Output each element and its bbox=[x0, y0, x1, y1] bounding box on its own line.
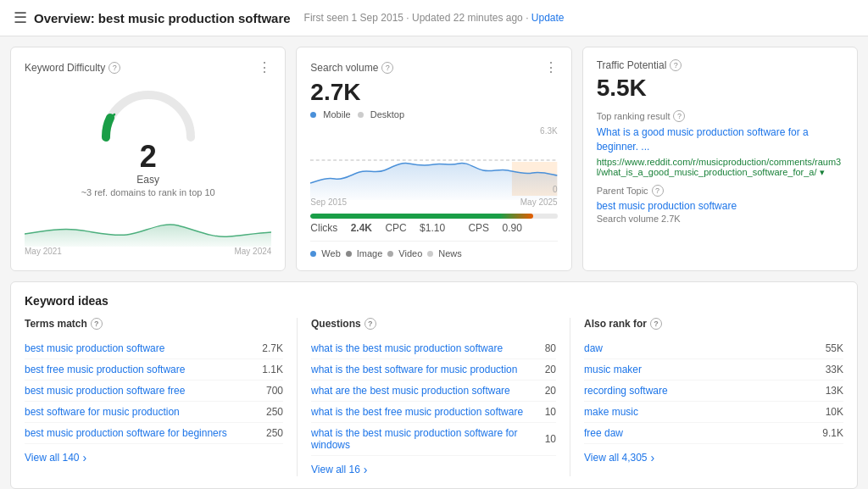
q-kw-link-2[interactable]: what is the best software for music prod… bbox=[311, 364, 545, 375]
q-kw-vol-2: 20 bbox=[545, 364, 556, 375]
arf-kw-vol-5: 9.1K bbox=[822, 427, 843, 439]
mobile-label: Mobile bbox=[323, 109, 350, 119]
sv-stats: Clicks 2.4K CPC $1.10 CPS 0.90 bbox=[310, 222, 557, 234]
kd-card-title: Keyword Difficulty ? ⋮ bbox=[25, 59, 271, 75]
tp-value: 5.5K bbox=[597, 75, 843, 102]
terms-kw-link-4[interactable]: best software for music production bbox=[25, 406, 266, 418]
kd-chart-labels: May 2021 May 2024 bbox=[25, 247, 271, 256]
arf-kw-link-4[interactable]: make music bbox=[584, 406, 826, 418]
page-title: Overview: best music production software bbox=[34, 11, 291, 25]
sv-progress-bar-fill bbox=[310, 214, 532, 219]
tp-card-title: Traffic Potential ? bbox=[597, 59, 843, 71]
questions-view-all[interactable]: View all 16 › bbox=[311, 463, 556, 476]
tp-top-ranking-label: Top ranking result ? bbox=[597, 110, 843, 122]
arf-kw-vol-1: 55K bbox=[826, 342, 843, 354]
kd-trend-chart bbox=[25, 204, 271, 247]
list-item: best software for music production 250 bbox=[25, 402, 283, 423]
q-kw-link-5[interactable]: what is the best music production softwa… bbox=[311, 427, 545, 451]
keyword-ideas-grid: Terms match ? best music production soft… bbox=[25, 318, 843, 476]
tp-parent-topic-label: Parent Topic ? bbox=[597, 185, 843, 197]
kd-chart-svg bbox=[25, 204, 271, 247]
also-rank-help-icon[interactable]: ? bbox=[650, 318, 662, 330]
q-kw-vol-5: 10 bbox=[545, 433, 556, 445]
menu-icon[interactable]: ☰ bbox=[14, 8, 27, 27]
kd-label: Easy bbox=[136, 174, 159, 186]
sv-chart-svg bbox=[310, 136, 557, 200]
questions-help-icon[interactable]: ? bbox=[364, 318, 376, 330]
list-item: best music production software 2.7K bbox=[25, 338, 283, 359]
keyword-ideas-title: Keyword ideas bbox=[25, 294, 843, 308]
kd-gauge-svg bbox=[97, 82, 199, 142]
also-rank-chevron-icon: › bbox=[651, 451, 655, 464]
tp-ranking-help-icon[interactable]: ? bbox=[673, 110, 685, 122]
tp-parent-topic-link[interactable]: best music production software bbox=[597, 200, 737, 212]
terms-kw-link-5[interactable]: best music production software for begin… bbox=[25, 427, 266, 439]
tp-parent-help-icon[interactable]: ? bbox=[652, 185, 664, 197]
tp-help-icon[interactable]: ? bbox=[670, 59, 682, 71]
arf-kw-vol-2: 33K bbox=[826, 364, 843, 375]
main-content: Keyword Difficulty ? ⋮ 2 Easy ~3 ref. do… bbox=[0, 36, 868, 489]
sv-options-icon[interactable]: ⋮ bbox=[544, 59, 558, 75]
sv-progress-bar-bg bbox=[310, 214, 557, 219]
kd-value: 2 bbox=[140, 142, 157, 172]
list-item: what is the best music production softwa… bbox=[311, 338, 556, 359]
sv-types: Mobile Desktop bbox=[310, 109, 557, 119]
desktop-label: Desktop bbox=[370, 109, 404, 119]
q-kw-link-1[interactable]: what is the best music production softwa… bbox=[311, 342, 545, 354]
video-dot bbox=[387, 251, 393, 257]
sv-chart-bottom: 0 bbox=[553, 185, 558, 194]
q-kw-vol-3: 20 bbox=[545, 385, 556, 397]
arf-kw-link-1[interactable]: daw bbox=[584, 342, 826, 354]
terms-kw-vol-3: 700 bbox=[266, 385, 283, 397]
news-dot bbox=[427, 251, 433, 257]
q-kw-link-4[interactable]: what is the best free music production s… bbox=[311, 406, 545, 418]
terms-kw-vol-5: 250 bbox=[266, 427, 283, 439]
also-rank-for-header: Also rank for ? bbox=[584, 318, 843, 330]
list-item: what is the best music production softwa… bbox=[311, 423, 556, 456]
tp-parent-sv: Search volume 2.7K bbox=[597, 214, 843, 224]
list-item: what is the best software for music prod… bbox=[311, 359, 556, 381]
cps-stat: CPS 0.90 bbox=[468, 222, 531, 234]
arf-kw-link-2[interactable]: music maker bbox=[584, 364, 826, 375]
tp-top-ranking-link[interactable]: What is a good music production software… bbox=[597, 126, 809, 153]
keyword-difficulty-card: Keyword Difficulty ? ⋮ 2 Easy ~3 ref. do… bbox=[10, 47, 286, 271]
kd-gauge: 2 Easy ~3 ref. domains to rank in top 10 bbox=[25, 82, 271, 197]
arf-kw-link-5[interactable]: free daw bbox=[584, 427, 822, 439]
page-meta: First seen 1 Sep 2015 · Updated 22 minut… bbox=[304, 12, 565, 24]
clicks-stat: Clicks 2.4K bbox=[310, 222, 372, 234]
list-item: best music production software for begin… bbox=[25, 423, 283, 444]
terms-match-chevron-icon: › bbox=[83, 451, 87, 464]
questions-col: Questions ? what is the best music produ… bbox=[298, 318, 570, 476]
image-dot bbox=[346, 251, 352, 257]
terms-kw-link-1[interactable]: best music production software bbox=[25, 342, 262, 354]
terms-kw-vol-4: 250 bbox=[266, 406, 283, 418]
update-link[interactable]: Update bbox=[531, 12, 565, 24]
terms-match-view-all[interactable]: View all 140 › bbox=[25, 451, 283, 464]
news-label: News bbox=[438, 248, 462, 258]
video-label: Video bbox=[398, 248, 422, 258]
sv-help-icon[interactable]: ? bbox=[381, 62, 393, 74]
terms-kw-link-2[interactable]: best free music production software bbox=[25, 364, 262, 375]
arf-kw-link-3[interactable]: recording software bbox=[584, 385, 826, 397]
terms-kw-link-3[interactable]: best music production software free bbox=[25, 385, 266, 397]
q-kw-link-3[interactable]: what are the best music production softw… bbox=[311, 385, 545, 397]
terms-kw-vol-1: 2.7K bbox=[262, 342, 283, 354]
terms-match-col: Terms match ? best music production soft… bbox=[25, 318, 298, 476]
terms-kw-vol-2: 1.1K bbox=[262, 364, 283, 375]
terms-match-help-icon[interactable]: ? bbox=[91, 318, 103, 330]
sv-card-title: Search volume ? ⋮ bbox=[310, 59, 557, 75]
also-rank-for-view-all[interactable]: View all 4,305 › bbox=[584, 451, 843, 464]
list-item: daw 55K bbox=[584, 338, 843, 359]
sv-platforms: Web Image Video News bbox=[310, 241, 557, 258]
kd-sublabel: ~3 ref. domains to rank in top 10 bbox=[81, 187, 215, 197]
kd-options-icon[interactable]: ⋮ bbox=[258, 59, 271, 75]
list-item: music maker 33K bbox=[584, 359, 843, 381]
web-dot bbox=[310, 251, 316, 257]
kd-help-icon[interactable]: ? bbox=[108, 62, 120, 74]
q-kw-vol-4: 10 bbox=[545, 406, 556, 418]
traffic-potential-card: Traffic Potential ? 5.5K Top ranking res… bbox=[582, 47, 858, 271]
list-item: best free music production software 1.1K bbox=[25, 359, 283, 381]
list-item: best music production software free 700 bbox=[25, 381, 283, 402]
keyword-ideas-section: Keyword ideas Terms match ? best music p… bbox=[10, 281, 858, 489]
arf-kw-vol-3: 13K bbox=[826, 385, 843, 397]
